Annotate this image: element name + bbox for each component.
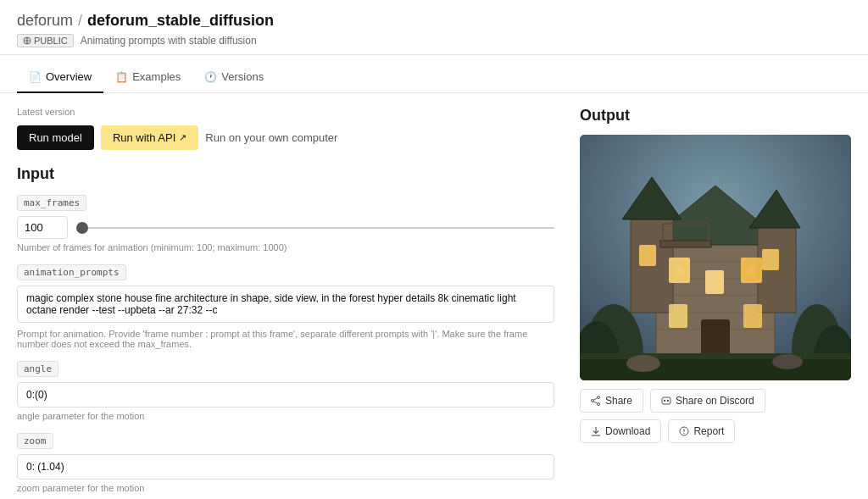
animation-prompts-input[interactable]: magic complex stone house fine architect…	[17, 286, 554, 323]
page-header: deforum / deforum_stable_diffusion PUBLI…	[0, 0, 868, 55]
share-icon	[591, 396, 601, 406]
public-badge: PUBLIC	[17, 34, 74, 47]
repo-name[interactable]: deforum_stable_diffusion	[87, 12, 274, 30]
max-frames-label: max_frames	[17, 195, 86, 211]
svg-rect-22	[705, 270, 724, 294]
share-label: Share	[605, 395, 632, 407]
download-label: Download	[605, 425, 650, 437]
svg-point-33	[772, 354, 803, 369]
svg-point-36	[592, 400, 594, 402]
breadcrumb-separator: /	[78, 12, 82, 30]
zoom-input[interactable]	[17, 454, 554, 480]
svg-rect-26	[743, 304, 762, 328]
zoom-description: zoom parameter for the motion	[17, 483, 554, 493]
version-label: Latest version	[17, 107, 554, 117]
versions-icon: 🕐	[204, 71, 217, 83]
right-panel: Output	[580, 107, 851, 499]
svg-rect-29	[701, 319, 730, 355]
svg-line-38	[593, 402, 597, 403]
max-frames-field: max_frames Number of frames for animatio…	[17, 195, 554, 252]
share-button[interactable]: Share	[580, 389, 643, 413]
report-label: Report	[693, 425, 724, 437]
run-api-button[interactable]: Run with API ↗	[101, 125, 198, 150]
subtitle-text: Animating prompts with stable diffusion	[81, 35, 257, 47]
svg-point-40	[664, 400, 665, 402]
image-buttons: Share Share on Discord Download	[580, 389, 851, 443]
badge-text: PUBLIC	[34, 36, 68, 46]
zoom-label: zoom	[17, 433, 53, 449]
zoom-field: zoom zoom parameter for the motion	[17, 433, 554, 493]
share-discord-label: Share on Discord	[676, 395, 754, 407]
run-computer-button[interactable]: Run on your own computer	[205, 131, 337, 144]
tab-bar: 📄 Overview 📋 Examples 🕐 Versions	[0, 62, 868, 93]
subtitle-row: PUBLIC Animating prompts with stable dif…	[17, 34, 851, 47]
tab-examples[interactable]: 📋 Examples	[103, 62, 192, 93]
tab-examples-label: Examples	[132, 70, 181, 83]
angle-input[interactable]	[17, 382, 554, 408]
animation-prompts-field: animation_prompts magic complex stone ho…	[17, 264, 554, 349]
tab-versions[interactable]: 🕐 Versions	[192, 62, 275, 93]
overview-icon: 📄	[29, 71, 42, 83]
report-button[interactable]: Report	[668, 419, 735, 443]
animation-prompts-label: animation_prompts	[17, 264, 126, 280]
svg-point-46	[684, 433, 685, 434]
breadcrumb: deforum / deforum_stable_diffusion	[17, 12, 851, 30]
svg-point-34	[598, 396, 600, 399]
max-frames-description: Number of frames for animation (minimum:…	[17, 242, 554, 252]
svg-rect-23	[639, 245, 656, 266]
tab-overview-label: Overview	[46, 70, 92, 83]
tab-overview[interactable]: 📄 Overview	[17, 62, 103, 93]
input-section: Input max_frames Number of frames for an…	[17, 165, 554, 499]
output-title: Output	[580, 107, 851, 125]
share-discord-button[interactable]: Share on Discord	[650, 389, 765, 413]
output-illustration	[580, 135, 851, 380]
discord-icon	[661, 396, 671, 406]
max-frames-slider[interactable]	[76, 227, 554, 229]
svg-point-32	[626, 355, 660, 372]
run-model-button[interactable]: Run model	[17, 125, 94, 150]
animation-prompts-description: Prompt for animation. Provide 'frame num…	[17, 329, 554, 349]
svg-point-35	[598, 403, 600, 406]
svg-rect-39	[662, 397, 670, 404]
angle-field: angle angle parameter for the motion	[17, 361, 554, 421]
external-link-icon: ↗	[179, 132, 186, 143]
download-button[interactable]: Download	[580, 419, 661, 443]
download-icon	[591, 426, 601, 436]
angle-label: angle	[17, 361, 58, 377]
action-buttons: Run model Run with API ↗ Run on your own…	[17, 125, 554, 150]
examples-icon: 📋	[115, 71, 128, 83]
max-frames-input[interactable]	[17, 216, 68, 239]
run-api-label: Run with API	[113, 131, 175, 144]
svg-rect-28	[739, 256, 764, 285]
svg-rect-24	[762, 249, 779, 270]
svg-rect-27	[667, 256, 692, 285]
svg-rect-31	[580, 359, 851, 380]
globe-icon	[23, 36, 31, 45]
svg-point-41	[667, 400, 669, 402]
main-content: Latest version Run model Run with API ↗ …	[0, 93, 868, 499]
org-name[interactable]: deforum	[17, 12, 73, 30]
left-panel: Latest version Run model Run with API ↗ …	[17, 107, 554, 499]
angle-description: angle parameter for the motion	[17, 411, 554, 421]
report-icon	[679, 426, 689, 436]
output-image-inner	[580, 135, 851, 380]
input-title: Input	[17, 165, 554, 183]
svg-line-37	[593, 398, 597, 400]
tab-versions-label: Versions	[221, 70, 264, 83]
max-frames-input-row	[17, 216, 554, 239]
svg-rect-25	[669, 304, 687, 328]
svg-rect-18	[660, 241, 711, 247]
output-image	[580, 135, 851, 380]
